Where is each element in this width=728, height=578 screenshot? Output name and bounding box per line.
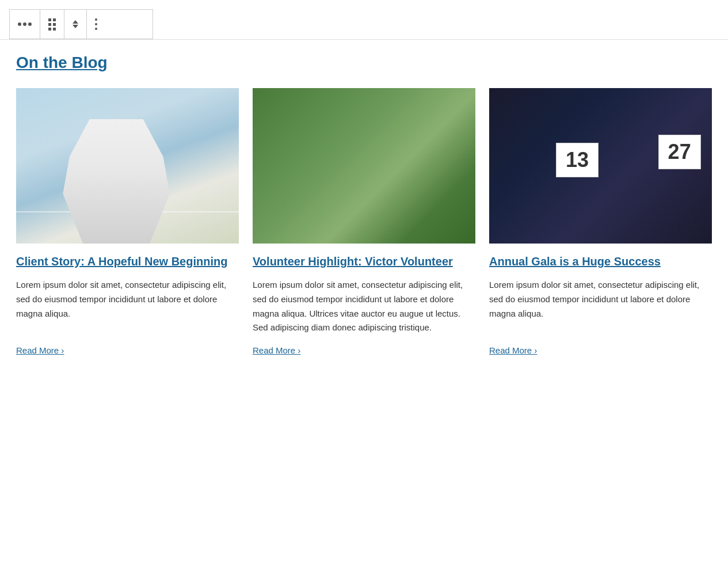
block-dots-icon (18, 22, 32, 26)
post-excerpt-2: Lorem ipsum dolor sit amet, consectetur … (253, 278, 475, 335)
more-options-button[interactable] (87, 10, 105, 39)
read-more-link-2[interactable]: Read More › (253, 345, 475, 355)
arrow-down-icon (73, 25, 78, 28)
post-title-3[interactable]: Annual Gala is a Huge Success (489, 254, 712, 269)
arrows-icon (73, 20, 78, 28)
read-more-link-3[interactable]: Read More › (489, 345, 712, 355)
block-toolbar (9, 9, 153, 39)
move-block-buttons[interactable] (64, 10, 87, 39)
grid-dot-5 (48, 28, 51, 31)
post-card-1: Client Story: A Hopeful New Beginning Lo… (16, 88, 239, 355)
grid-icon (48, 18, 56, 31)
drag-handle[interactable] (40, 10, 64, 39)
dot-2 (23, 22, 26, 26)
post-excerpt-3: Lorem ipsum dolor sit amet, consectetur … (489, 278, 712, 335)
menu-dot-3 (95, 28, 97, 30)
grid-dot-6 (53, 28, 56, 31)
grid-dot-4 (53, 23, 56, 26)
post-excerpt-1: Lorem ipsum dolor sit amet, consectetur … (16, 278, 239, 335)
menu-dot-1 (95, 18, 97, 21)
arrow-up-icon (73, 20, 78, 24)
post-card-3: Annual Gala is a Huge Success Lorem ipsu… (489, 88, 712, 355)
section-title[interactable]: On the Blog (16, 54, 712, 72)
post-image-2 (253, 88, 475, 244)
dot-3 (28, 22, 32, 26)
dot-1 (18, 22, 21, 26)
read-more-link-1[interactable]: Read More › (16, 345, 239, 355)
post-title-1[interactable]: Client Story: A Hopeful New Beginning (16, 254, 239, 269)
grid-dot-3 (48, 23, 51, 26)
menu-dot-2 (95, 23, 97, 25)
grid-dot-1 (48, 18, 51, 21)
blog-section: On the Blog Client Story: A Hopeful New … (0, 40, 728, 378)
grid-dot-2 (53, 18, 56, 21)
post-image-3 (489, 88, 712, 244)
post-title-2[interactable]: Volunteer Highlight: Victor Volunteer (253, 254, 475, 269)
posts-grid: Client Story: A Hopeful New Beginning Lo… (16, 88, 712, 355)
more-options-icon (95, 18, 97, 30)
post-card-2: Volunteer Highlight: Victor Volunteer Lo… (253, 88, 475, 355)
block-type-selector[interactable] (10, 10, 40, 39)
post-image-1 (16, 88, 239, 244)
